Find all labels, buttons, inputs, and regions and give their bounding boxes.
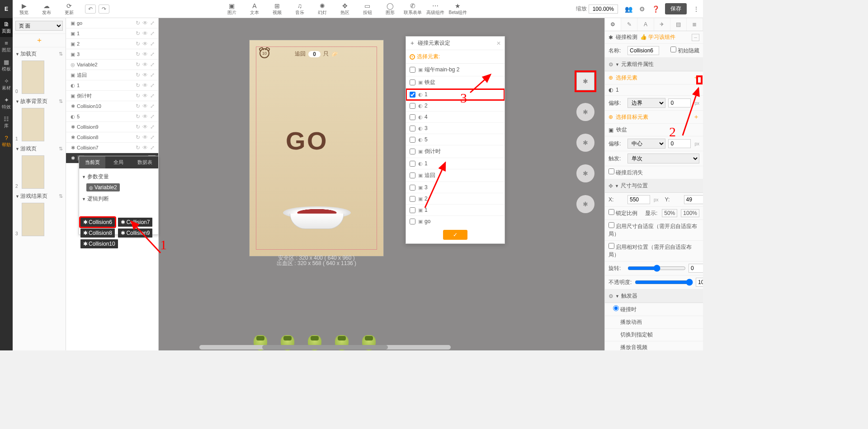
lock-icon[interactable]: ⤢ <box>149 82 156 89</box>
popup-item[interactable]: ▣2 <box>406 193 505 205</box>
insert-music[interactable]: ♫音乐 <box>288 0 311 18</box>
save-button[interactable]: 保存 <box>665 3 687 14</box>
prop-tab-action[interactable]: ✈ <box>654 18 670 31</box>
lock-icon[interactable]: ⤢ <box>149 41 156 47</box>
hide-checkbox[interactable] <box>670 47 676 52</box>
action-anim[interactable]: 播放动画 <box>620 318 642 326</box>
tab-global[interactable]: 全局 <box>105 156 132 168</box>
rotate-icon[interactable]: ↻ <box>135 82 141 89</box>
popup-item-checkbox[interactable] <box>410 67 415 73</box>
tab-datasheet[interactable]: 数据表 <box>132 156 158 168</box>
collision-icon-1[interactable]: ✱ <box>576 72 594 90</box>
lock-icon[interactable]: ⤢ <box>149 61 156 68</box>
rotate-icon[interactable]: ↻ <box>135 124 141 130</box>
chip-collision7[interactable]: ✱Collision7 <box>118 218 152 227</box>
popup-close[interactable]: ✕ <box>496 40 501 47</box>
zoom-50-button[interactable]: 50% <box>662 209 677 217</box>
popup-item-checkbox[interactable] <box>410 92 415 98</box>
lock-icon[interactable]: ⤢ <box>149 30 156 37</box>
offset-mode-select[interactable]: 边界 <box>627 98 665 108</box>
layer-row[interactable]: ✱Collision8↻👁⤢ <box>66 132 158 143</box>
rail-template[interactable]: ▦模板 <box>0 56 13 75</box>
undo-button[interactable]: ↶ <box>85 5 96 14</box>
prop-tab-data[interactable]: ≣ <box>687 18 703 31</box>
rotate-icon[interactable]: ↻ <box>135 51 141 57</box>
layer-row[interactable]: ▣go↻👁⤢ <box>66 18 158 28</box>
section-variables[interactable]: ▼参数变量 <box>82 171 156 182</box>
prop-tab-anim[interactable]: ▤ <box>670 18 687 31</box>
prop-tab-text[interactable]: A <box>637 18 654 31</box>
popup-item[interactable]: ▣倒计时 <box>406 145 505 158</box>
lock-ratio-checkbox[interactable] <box>609 209 614 215</box>
visibility-icon[interactable]: 👁 <box>142 93 148 99</box>
rotate-icon[interactable]: ↻ <box>135 113 141 120</box>
popup-item[interactable]: ◐3 <box>406 123 505 134</box>
chip-collision10[interactable]: ✱Collision10 <box>80 239 118 248</box>
popup-item-checkbox[interactable] <box>410 173 415 178</box>
x-input[interactable] <box>627 195 650 204</box>
trigger-select[interactable]: 单次 <box>627 154 699 163</box>
update-button[interactable]: ⟳更新 <box>58 0 80 18</box>
canvas-area[interactable]: 10 追回 0 只 🥟 G O 安全区 : 320 x 400 ( 640 x … <box>159 18 604 350</box>
chip-collision8[interactable]: ✱Collision8 <box>80 228 115 238</box>
prop-tab-settings[interactable]: ⚙ <box>605 18 621 31</box>
learn-link[interactable]: 👍 学习该组件 <box>640 33 675 41</box>
visibility-icon[interactable]: 👁 <box>142 51 148 57</box>
add-page-button[interactable]: ＋ <box>13 34 66 47</box>
page-thumbnail[interactable]: 1 <box>15 108 63 141</box>
popup-item-checkbox[interactable] <box>410 161 415 167</box>
variable-chip[interactable]: ◎ Variable2 <box>86 183 120 191</box>
chip-collision6[interactable]: ✱Collision6 <box>80 218 115 227</box>
zoom-100-button[interactable]: 100% <box>681 209 699 217</box>
rotate-icon[interactable]: ↻ <box>135 93 141 99</box>
popup-item[interactable]: ▣go <box>406 216 505 226</box>
stage[interactable]: 10 追回 0 只 🥟 G O 安全区 : 320 x 400 ( 640 x … <box>249 40 384 256</box>
layer-row[interactable]: ✱Collision7↻👁⤢ <box>66 143 158 153</box>
layer-row[interactable]: ✱Collision10↻👁⤢ <box>66 101 158 112</box>
lock-icon[interactable]: ⤢ <box>149 113 156 120</box>
popup-item-checkbox[interactable] <box>410 149 415 154</box>
popup-item[interactable]: ◐2 <box>406 100 505 112</box>
visibility-icon[interactable]: 👁 <box>142 41 148 47</box>
rotate-input[interactable] <box>689 264 703 273</box>
popup-item-checkbox[interactable] <box>410 114 415 120</box>
help-icon[interactable]: ❓ <box>649 5 662 13</box>
popup-item-checkbox[interactable] <box>410 196 415 202</box>
rail-layer[interactable]: ≡图层 <box>0 37 13 56</box>
rotate-icon[interactable]: ↻ <box>135 20 141 26</box>
insert-button[interactable]: ▭按钮 <box>356 0 379 18</box>
popup-item[interactable]: ◐4 <box>406 112 505 123</box>
layer-row[interactable]: ▣1↻👁⤢ <box>66 28 158 39</box>
rail-asset[interactable]: ✧素材 <box>0 75 13 94</box>
popup-item-checkbox[interactable] <box>410 207 415 213</box>
popup-item[interactable]: ▣1 <box>406 205 505 216</box>
opacity-input[interactable] <box>696 278 703 287</box>
offset-value-input[interactable] <box>668 98 691 107</box>
popup-item[interactable]: ▣铁盆 <box>406 76 505 89</box>
action-goto[interactable]: 切换到指定帧 <box>620 331 653 339</box>
collision-icon-4[interactable]: ✱ <box>576 164 594 182</box>
popup-item[interactable]: ◐5 <box>406 134 505 145</box>
insert-shape[interactable]: ◯图形 <box>379 0 401 18</box>
layer-row[interactable]: ◐5↻👁⤢ <box>66 112 158 122</box>
popup-item[interactable]: ◐1 <box>406 89 505 100</box>
prop-tab-style[interactable]: ✎ <box>621 18 637 31</box>
rotate-icon[interactable]: ↻ <box>135 41 141 47</box>
more-icon[interactable]: ⋮ <box>689 5 703 13</box>
layer-row[interactable]: ▣追回↻👁⤢ <box>66 70 158 80</box>
lock-icon[interactable]: ⤢ <box>149 93 156 99</box>
rotate-icon[interactable]: ↻ <box>135 30 141 37</box>
lock-icon[interactable]: ⤢ <box>149 72 156 78</box>
name-input[interactable] <box>627 46 659 55</box>
offset2-value-input[interactable] <box>668 139 691 148</box>
opacity-slider[interactable] <box>635 279 693 286</box>
publish-button[interactable]: ☁发布 <box>35 0 58 18</box>
insert-text[interactable]: A文本 <box>243 0 266 18</box>
lock-icon[interactable]: ⤢ <box>149 103 156 109</box>
lock-icon[interactable]: ⤢ <box>149 124 156 130</box>
visibility-icon[interactable]: 👁 <box>142 145 148 151</box>
settings-icon[interactable]: ⚙ <box>635 5 649 13</box>
auto-pos-checkbox[interactable] <box>609 243 614 249</box>
tab-current-page[interactable]: 当前页 <box>79 156 105 168</box>
layer-row[interactable]: ▣倒计时↻👁⤢ <box>66 91 158 101</box>
